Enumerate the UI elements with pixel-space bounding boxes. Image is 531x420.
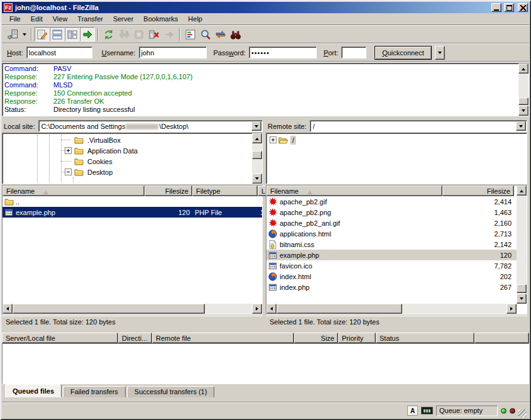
file-row[interactable]: applications.html2,713	[266, 228, 517, 239]
file-row[interactable]: index.php267	[266, 282, 517, 292]
quickconnect-dropdown-button[interactable]	[435, 46, 445, 60]
menu-file[interactable]: File	[4, 14, 26, 24]
password-input[interactable]	[249, 47, 317, 58]
menu-transfer[interactable]: Transfer	[72, 14, 108, 24]
filename-filters-button[interactable]	[183, 27, 198, 41]
toggle-local-tree-button[interactable]	[50, 27, 65, 41]
column-header-filesize[interactable]: Filesize	[442, 185, 514, 196]
tree-item[interactable]: /	[268, 135, 525, 145]
menu-view[interactable]: View	[48, 14, 73, 24]
tree-item[interactable]: Application Data	[4, 145, 251, 156]
scrollbar-thumb[interactable]	[276, 304, 402, 314]
remote-list-hscrollbar[interactable]	[266, 304, 517, 314]
file-row[interactable]: bitnami.css2,142	[266, 239, 517, 250]
column-header-filesize[interactable]: Filesize	[145, 185, 192, 196]
find-files-button[interactable]	[228, 27, 243, 41]
scrollbar-track[interactable]	[276, 304, 506, 314]
scrollbar-thumb[interactable]	[518, 97, 528, 105]
tab-successful-transfers--1-[interactable]: Successful transfers (1)	[127, 386, 215, 397]
file-row[interactable]: apache_pb2_ani.gif2,160	[266, 218, 517, 228]
queue-column-directi---[interactable]: Directi...	[118, 333, 152, 343]
minimize-icon	[494, 9, 499, 11]
scrollbar-up-button[interactable]	[518, 64, 528, 74]
folder-open-icon	[278, 136, 288, 145]
disconnect-button[interactable]	[146, 27, 161, 41]
plus-expander-icon[interactable]	[65, 147, 72, 154]
menu-help[interactable]: Help	[183, 14, 207, 24]
site-manager-button[interactable]	[5, 27, 20, 41]
scrollbar-track[interactable]	[13, 304, 252, 314]
file-size: 120	[145, 209, 192, 216]
remote-path-combobox[interactable]: /	[310, 120, 527, 132]
file-row[interactable]: index.html202	[266, 271, 517, 282]
minimize-button[interactable]	[491, 3, 501, 12]
synchronized-browsing-button[interactable]	[213, 27, 228, 41]
scrollbar-up-button[interactable]	[517, 185, 527, 196]
remote-list-vscrollbar[interactable]	[517, 185, 527, 304]
combo-dropdown-button[interactable]	[516, 121, 526, 131]
minus-expander-icon[interactable]	[65, 169, 72, 175]
column-header-filetype[interactable]: Filetype	[192, 185, 258, 196]
scrollbar-down-button[interactable]	[518, 106, 528, 116]
scrollbar-right-button[interactable]	[252, 304, 262, 314]
scrollbar-down-button[interactable]	[252, 174, 262, 184]
log-scrollbar[interactable]	[518, 64, 528, 116]
scrollbar-thumb[interactable]	[252, 151, 262, 159]
queue-column-server-local-file[interactable]: Server/Local file	[2, 333, 118, 343]
resize-grip[interactable]	[518, 409, 527, 417]
tab-queued-files[interactable]: Queued files	[5, 384, 62, 397]
file-row[interactable]: example.php120	[266, 250, 517, 260]
menu-bookmarks[interactable]: Bookmarks	[138, 14, 183, 24]
maximize-button[interactable]	[504, 3, 514, 12]
local-list-hscrollbar[interactable]	[3, 304, 262, 314]
column-header-filename[interactable]: Filename	[3, 185, 145, 196]
directory-comparison-button[interactable]	[198, 27, 213, 41]
tree-item-label: .VirtualBox	[85, 136, 123, 145]
host-input[interactable]	[26, 47, 92, 58]
queue-column-size[interactable]: Size	[294, 333, 338, 343]
site-manager-dropdown-button[interactable]	[20, 27, 28, 41]
file-row[interactable]: example.php120PHP File1	[3, 207, 262, 218]
file-row[interactable]: favicon.ico7,782	[266, 260, 517, 271]
file-row[interactable]: apache_pb2.png1,463	[266, 207, 517, 218]
scrollbar-track[interactable]	[518, 74, 528, 106]
file-row[interactable]: ..	[3, 196, 262, 207]
plus-expander-icon[interactable]	[270, 136, 276, 143]
local-site-pane: Local site: C:\Documents and Settings\De…	[2, 119, 263, 184]
username-input[interactable]	[139, 47, 207, 58]
process-queue-button[interactable]	[116, 27, 131, 41]
column-header-filename[interactable]: Filename	[266, 185, 442, 196]
queue-column-remote-file[interactable]: Remote file	[152, 333, 294, 343]
cancel-operation-button[interactable]	[131, 27, 146, 41]
toggle-remote-tree-button[interactable]	[65, 27, 80, 41]
local-tree-scrollbar[interactable]	[252, 133, 262, 184]
tree-item[interactable]: Cookies	[4, 156, 251, 167]
toggle-message-log-button[interactable]	[35, 27, 50, 41]
file-row[interactable]: apache_pb2.gif2,414	[266, 196, 517, 207]
scrollbar-track[interactable]	[252, 143, 262, 174]
quickconnect-button[interactable]: Quickconnect	[375, 46, 432, 60]
scrollbar-left-button[interactable]	[3, 304, 13, 314]
tree-item[interactable]: Desktop	[4, 167, 251, 177]
tree-item[interactable]: .VirtualBox	[4, 135, 251, 145]
scrollbar-thumb[interactable]	[13, 304, 205, 314]
queue-column-priority[interactable]: Priority	[338, 333, 376, 343]
menu-edit[interactable]: Edit	[26, 14, 48, 24]
reconnect-button[interactable]	[161, 27, 177, 41]
scrollbar-right-button[interactable]	[506, 304, 517, 314]
scrollbar-thumb[interactable]	[517, 284, 527, 293]
port-input[interactable]	[341, 47, 366, 58]
scrollbar-down-button[interactable]	[517, 294, 527, 304]
menu-server[interactable]: Server	[108, 14, 138, 24]
refresh-button[interactable]	[101, 27, 116, 41]
close-button[interactable]	[518, 3, 528, 12]
toggle-transfer-queue-button[interactable]	[80, 27, 95, 41]
file-type: PHP File	[192, 209, 258, 216]
combo-dropdown-button[interactable]	[251, 121, 261, 131]
queue-column-status[interactable]: Status	[376, 333, 474, 343]
scrollbar-left-button[interactable]	[266, 304, 276, 314]
local-path-combobox[interactable]: C:\Documents and Settings\Desktop\	[38, 120, 263, 132]
tab-failed-transfers[interactable]: Failed transfers	[63, 386, 126, 397]
scrollbar-track[interactable]	[517, 196, 527, 294]
scrollbar-up-button[interactable]	[252, 133, 262, 143]
